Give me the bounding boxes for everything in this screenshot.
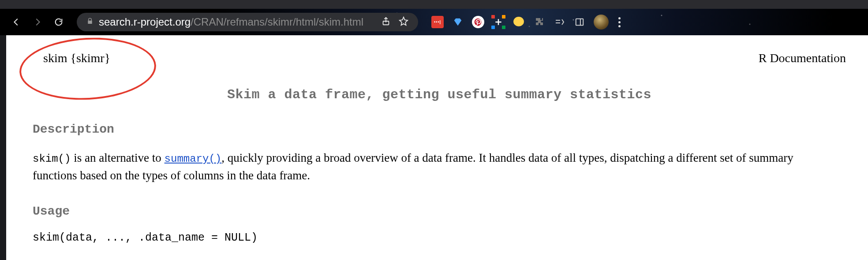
extension-plus-icon[interactable] [492,16,505,28]
extension-gem-icon[interactable] [452,16,464,28]
sidepanel-icon[interactable] [573,16,586,28]
back-button[interactable] [9,15,24,30]
link-summary[interactable]: summary() [165,153,222,165]
address-bar[interactable]: search.r-project.org/CRAN/refmans/skimr/… [77,13,418,31]
extension-pinterest-icon[interactable] [472,16,484,28]
extensions-area: •••| [431,15,621,30]
extension-lastpass-icon[interactable]: •••| [431,16,444,28]
system-menu-bar [0,0,868,9]
profile-avatar[interactable] [594,15,609,30]
svg-rect-2 [576,19,584,26]
browser-menu-icon[interactable] [618,17,621,27]
section-description-heading: Description [33,123,846,136]
svg-point-1 [513,17,524,26]
page-title: Skim a data frame, getting useful summar… [33,87,846,102]
bookmark-star-icon[interactable] [399,16,408,28]
forward-button[interactable] [30,15,45,30]
code-skim: skim() [33,153,71,165]
browser-toolbar: search.r-project.org/CRAN/refmans/skimr/… [0,9,868,35]
url-path: /CRAN/refmans/skimr/html/skim.html [191,16,363,28]
description-paragraph: skim() is an alternative to summary(), q… [33,149,818,184]
lock-icon [86,18,99,26]
share-icon[interactable] [381,16,391,28]
function-header: skim {skimr} [43,51,110,65]
extension-smile-icon[interactable] [513,16,525,28]
page-content: skim {skimr} R Documentation Skim a data… [0,35,868,260]
media-control-icon[interactable] [553,16,565,28]
url-text: search.r-project.org/CRAN/refmans/skimr/… [99,16,363,28]
reload-button[interactable] [51,15,66,30]
extension-puzzle-icon[interactable] [533,16,545,28]
url-host: search.r-project.org [99,16,191,28]
usage-code: skim(data, ..., .data_name = NULL) [33,231,846,244]
r-documentation-label: R Documentation [759,51,846,65]
section-usage-heading: Usage [33,204,846,218]
